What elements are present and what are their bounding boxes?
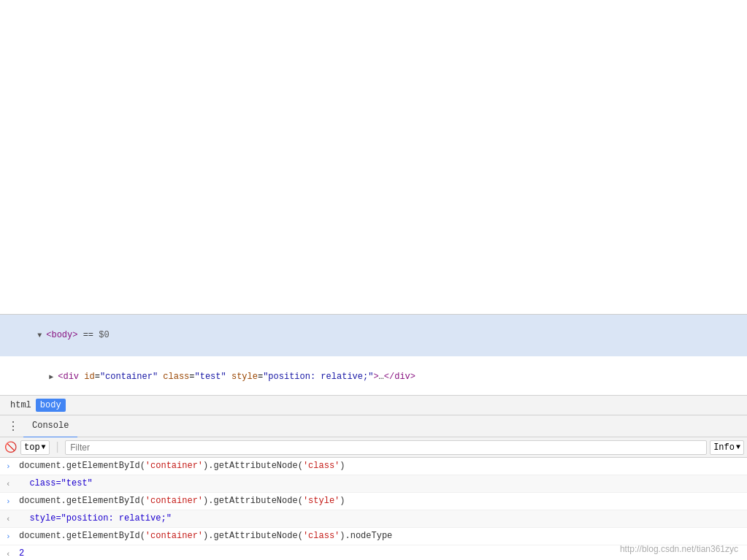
div-close: > bbox=[373, 372, 378, 382]
body-element-line[interactable]: ▼ <body> == $0 bbox=[0, 315, 747, 356]
console-text-2: class="test" bbox=[19, 477, 741, 489]
input-arrow-5: › bbox=[6, 530, 15, 542]
info-dropdown[interactable]: Info ▼ bbox=[710, 440, 744, 455]
browser-content bbox=[0, 0, 747, 314]
console-text-4: style="position: relative;" bbox=[19, 513, 741, 524]
console-line-4: ‹ style="position: relative;" bbox=[0, 510, 747, 528]
clear-console-icon[interactable]: 🚫 bbox=[3, 440, 18, 455]
context-selector[interactable]: top ▼ bbox=[20, 440, 50, 455]
devtools-panel: ▼ <body> == $0 ▶ <div id="container" cla… bbox=[0, 314, 747, 560]
div-attrs: id="container" class="test" style="posit… bbox=[79, 372, 373, 382]
output-arrow-4: ‹ bbox=[6, 513, 15, 525]
console-toolbar: 🚫 top ▼ | Info ▼ bbox=[0, 437, 747, 458]
elements-panel: ▼ <body> == $0 ▶ <div id="container" cla… bbox=[0, 315, 747, 395]
div-ellipsis: … bbox=[379, 372, 384, 382]
body-tag: <body> bbox=[46, 330, 77, 340]
context-label: top bbox=[24, 442, 40, 453]
breadcrumb-bar: html body bbox=[0, 395, 747, 415]
output-arrow-2: ‹ bbox=[6, 477, 15, 490]
tab-console[interactable]: Console bbox=[23, 415, 77, 438]
toolbar-separator: | bbox=[54, 441, 61, 454]
expand-arrow: ▼ bbox=[37, 331, 46, 340]
console-text-3: document.getElementById('container').get… bbox=[19, 495, 741, 507]
console-line-1: › document.getElementById('container').g… bbox=[0, 458, 747, 475]
result-arrow-6: ‹ bbox=[6, 548, 15, 560]
div-arrow: ▶ bbox=[49, 373, 58, 381]
tab-bar: ⋮ Console bbox=[0, 415, 747, 437]
info-dropdown-arrow: ▼ bbox=[736, 443, 740, 451]
breadcrumb-body[interactable]: body bbox=[36, 399, 66, 412]
watermark: http://blog.csdn.net/tian361zyc bbox=[620, 544, 738, 554]
console-line-5: › document.getElementById('container').g… bbox=[0, 528, 747, 545]
more-options-icon[interactable]: ⋮ bbox=[6, 419, 20, 434]
breadcrumb-html[interactable]: html bbox=[6, 399, 36, 412]
div-element-line[interactable]: ▶ <div id="container" class="test" style… bbox=[0, 356, 747, 395]
context-dropdown-arrow: ▼ bbox=[42, 443, 46, 451]
console-text-1: document.getElementById('container').get… bbox=[19, 460, 741, 472]
input-arrow-1: › bbox=[6, 460, 15, 472]
input-arrow-3: › bbox=[6, 495, 15, 507]
devtools-bottom: ⋮ Console 🚫 top ▼ | Info ▼ › document.ge… bbox=[0, 415, 747, 560]
console-text-5: document.getElementById('container').get… bbox=[19, 530, 741, 542]
console-line-2: ‹ class="test" bbox=[0, 475, 747, 493]
info-label: Info bbox=[713, 442, 735, 453]
body-marker: == $0 bbox=[77, 330, 109, 340]
console-line-3: › document.getElementById('container').g… bbox=[0, 493, 747, 510]
filter-input[interactable] bbox=[65, 440, 707, 455]
div-open-tag: <div bbox=[58, 372, 79, 382]
div-end-tag: </div> bbox=[384, 372, 415, 382]
